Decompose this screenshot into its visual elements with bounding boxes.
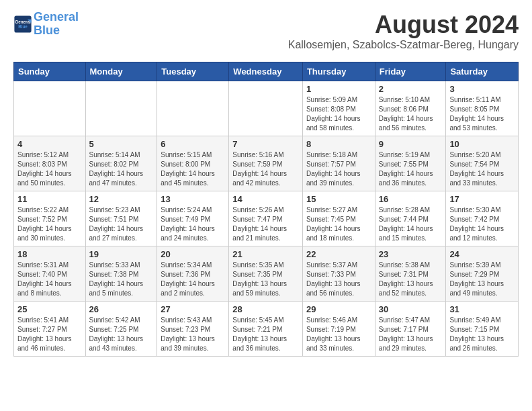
day-number: 19 [89, 249, 154, 259]
calendar-cell: 1Sunrise: 5:09 AM Sunset: 8:08 PM Daylig… [302, 81, 375, 136]
calendar-cell: 31Sunrise: 5:49 AM Sunset: 7:15 PM Dayli… [446, 302, 519, 357]
weekday-header-tuesday: Tuesday [157, 62, 229, 81]
day-info: Sunrise: 5:45 AM Sunset: 7:21 PM Dayligh… [232, 316, 299, 353]
weekday-header-saturday: Saturday [446, 62, 519, 81]
day-number: 29 [306, 304, 371, 314]
day-info: Sunrise: 5:23 AM Sunset: 7:51 PM Dayligh… [89, 205, 154, 243]
day-info: Sunrise: 5:38 AM Sunset: 7:31 PM Dayligh… [379, 261, 443, 298]
day-number: 23 [379, 249, 443, 259]
calendar-cell: 17Sunrise: 5:30 AM Sunset: 7:42 PM Dayli… [446, 191, 519, 246]
day-number: 27 [161, 304, 225, 314]
day-info: Sunrise: 5:31 AM Sunset: 7:40 PM Dayligh… [17, 261, 82, 298]
calendar-cell: 8Sunrise: 5:18 AM Sunset: 7:57 PM Daylig… [302, 136, 375, 191]
logo-text: General Blue [34, 11, 79, 38]
calendar-cell: 12Sunrise: 5:23 AM Sunset: 7:51 PM Dayli… [85, 191, 157, 246]
day-info: Sunrise: 5:42 AM Sunset: 7:25 PM Dayligh… [89, 316, 154, 353]
calendar-cell: 5Sunrise: 5:14 AM Sunset: 8:02 PM Daylig… [85, 136, 157, 191]
calendar-cell: 2Sunrise: 5:10 AM Sunset: 8:06 PM Daylig… [375, 81, 446, 136]
calendar-cell [14, 81, 86, 136]
day-number: 10 [449, 139, 515, 149]
weekday-header-friday: Friday [375, 62, 446, 81]
day-info: Sunrise: 5:28 AM Sunset: 7:44 PM Dayligh… [379, 205, 443, 243]
day-number: 20 [161, 249, 225, 259]
calendar-cell: 18Sunrise: 5:31 AM Sunset: 7:40 PM Dayli… [14, 246, 86, 302]
weekday-header-thursday: Thursday [302, 62, 375, 81]
calendar-cell: 26Sunrise: 5:42 AM Sunset: 7:25 PM Dayli… [85, 302, 157, 357]
calendar-cell [157, 81, 229, 136]
calendar-cell: 24Sunrise: 5:39 AM Sunset: 7:29 PM Dayli… [446, 246, 519, 302]
day-number: 2 [379, 84, 443, 94]
day-number: 31 [449, 304, 515, 314]
day-number: 28 [232, 304, 299, 314]
calendar-cell: 21Sunrise: 5:35 AM Sunset: 7:35 PM Dayli… [229, 246, 303, 302]
day-info: Sunrise: 5:35 AM Sunset: 7:35 PM Dayligh… [232, 261, 299, 298]
day-info: Sunrise: 5:10 AM Sunset: 8:06 PM Dayligh… [379, 95, 443, 133]
calendar-cell [85, 81, 157, 136]
calendar-cell: 15Sunrise: 5:27 AM Sunset: 7:45 PM Dayli… [302, 191, 375, 246]
day-number: 3 [449, 84, 515, 94]
day-info: Sunrise: 5:41 AM Sunset: 7:27 PM Dayligh… [17, 316, 82, 353]
day-number: 17 [449, 194, 515, 204]
calendar-cell: 6Sunrise: 5:15 AM Sunset: 8:00 PM Daylig… [157, 136, 229, 191]
calendar-cell: 13Sunrise: 5:24 AM Sunset: 7:49 PM Dayli… [157, 191, 229, 246]
day-number: 26 [89, 304, 154, 314]
day-number: 24 [449, 249, 515, 259]
calendar-cell: 14Sunrise: 5:26 AM Sunset: 7:47 PM Dayli… [229, 191, 303, 246]
calendar-cell: 27Sunrise: 5:43 AM Sunset: 7:23 PM Dayli… [157, 302, 229, 357]
weekday-header-sunday: Sunday [14, 62, 86, 81]
day-number: 13 [161, 194, 225, 204]
day-number: 15 [306, 194, 371, 204]
calendar-cell: 30Sunrise: 5:47 AM Sunset: 7:17 PM Dayli… [375, 302, 446, 357]
day-number: 7 [232, 139, 299, 149]
day-info: Sunrise: 5:34 AM Sunset: 7:36 PM Dayligh… [161, 261, 225, 298]
day-info: Sunrise: 5:33 AM Sunset: 7:38 PM Dayligh… [89, 261, 154, 298]
day-number: 25 [17, 304, 82, 314]
calendar-cell: 7Sunrise: 5:16 AM Sunset: 7:59 PM Daylig… [229, 136, 303, 191]
day-info: Sunrise: 5:14 AM Sunset: 8:02 PM Dayligh… [89, 150, 154, 188]
day-info: Sunrise: 5:12 AM Sunset: 8:03 PM Dayligh… [17, 150, 82, 188]
day-info: Sunrise: 5:18 AM Sunset: 7:57 PM Dayligh… [306, 150, 371, 188]
calendar-cell: 20Sunrise: 5:34 AM Sunset: 7:36 PM Dayli… [157, 246, 229, 302]
day-number: 16 [379, 194, 443, 204]
day-number: 5 [89, 139, 154, 149]
day-info: Sunrise: 5:22 AM Sunset: 7:52 PM Dayligh… [17, 205, 82, 243]
day-number: 4 [17, 139, 82, 149]
calendar-cell: 29Sunrise: 5:46 AM Sunset: 7:19 PM Dayli… [302, 302, 375, 357]
weekday-header-monday: Monday [85, 62, 157, 81]
calendar-cell: 11Sunrise: 5:22 AM Sunset: 7:52 PM Dayli… [14, 191, 86, 246]
day-info: Sunrise: 5:19 AM Sunset: 7:55 PM Dayligh… [379, 150, 443, 188]
weekday-header-wednesday: Wednesday [229, 62, 303, 81]
day-info: Sunrise: 5:15 AM Sunset: 8:00 PM Dayligh… [161, 150, 225, 188]
day-info: Sunrise: 5:26 AM Sunset: 7:47 PM Dayligh… [232, 205, 299, 243]
calendar-cell: 16Sunrise: 5:28 AM Sunset: 7:44 PM Dayli… [375, 191, 446, 246]
day-number: 22 [306, 249, 371, 259]
day-info: Sunrise: 5:11 AM Sunset: 8:05 PM Dayligh… [449, 95, 515, 133]
day-number: 18 [17, 249, 82, 259]
day-info: Sunrise: 5:37 AM Sunset: 7:33 PM Dayligh… [306, 261, 371, 298]
day-number: 8 [306, 139, 371, 149]
calendar-cell: 25Sunrise: 5:41 AM Sunset: 7:27 PM Dayli… [14, 302, 86, 357]
day-info: Sunrise: 5:24 AM Sunset: 7:49 PM Dayligh… [161, 205, 225, 243]
calendar-cell [229, 81, 303, 136]
day-number: 1 [306, 84, 371, 94]
day-number: 6 [161, 139, 225, 149]
calendar-cell: 19Sunrise: 5:33 AM Sunset: 7:38 PM Dayli… [85, 246, 157, 302]
day-number: 21 [232, 249, 299, 259]
day-info: Sunrise: 5:27 AM Sunset: 7:45 PM Dayligh… [306, 205, 371, 243]
calendar-cell: 4Sunrise: 5:12 AM Sunset: 8:03 PM Daylig… [14, 136, 86, 191]
day-number: 30 [379, 304, 443, 314]
svg-text:Blue: Blue [18, 24, 28, 28]
calendar-cell: 28Sunrise: 5:45 AM Sunset: 7:21 PM Dayli… [229, 302, 303, 357]
calendar-table: SundayMondayTuesdayWednesdayThursdayFrid… [13, 62, 519, 357]
day-info: Sunrise: 5:16 AM Sunset: 7:59 PM Dayligh… [232, 150, 299, 188]
calendar-cell: 23Sunrise: 5:38 AM Sunset: 7:31 PM Dayli… [375, 246, 446, 302]
calendar-cell: 9Sunrise: 5:19 AM Sunset: 7:55 PM Daylig… [375, 136, 446, 191]
day-info: Sunrise: 5:39 AM Sunset: 7:29 PM Dayligh… [449, 261, 515, 298]
calendar-title: August 2024 [288, 11, 519, 39]
calendar-cell: 3Sunrise: 5:11 AM Sunset: 8:05 PM Daylig… [446, 81, 519, 136]
day-number: 14 [232, 194, 299, 204]
day-number: 9 [379, 139, 443, 149]
calendar-subtitle: Kallosemjen, Szabolcs-Szatmar-Bereg, Hun… [288, 39, 519, 51]
day-number: 11 [17, 194, 82, 204]
day-number: 12 [89, 194, 154, 204]
